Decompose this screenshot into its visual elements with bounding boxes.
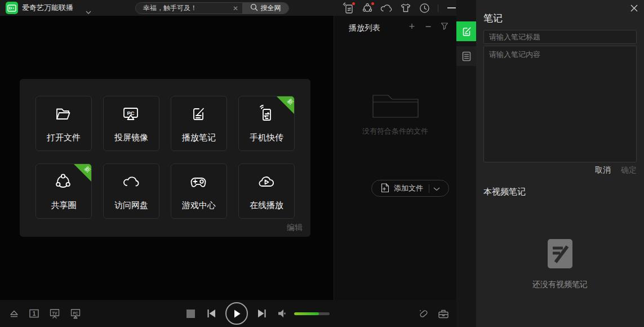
- filter-funnel-icon[interactable]: [440, 21, 449, 32]
- remote-control-icon[interactable]: [418, 308, 429, 320]
- titlebar: 爱奇艺万能联播 幸福，触手可及！ ✕ 搜全网: [0, 0, 456, 16]
- volume-icon[interactable]: [278, 309, 287, 318]
- launcher-panel: 打开文件 PC 投屏镜像: [20, 79, 310, 237]
- new-badge-text: 新: [286, 98, 295, 107]
- eject-icon[interactable]: [9, 308, 19, 319]
- single-play-mode-icon[interactable]: 1: [29, 308, 39, 319]
- tile-label: 在线播放: [239, 200, 294, 211]
- video-area: 打开文件 PC 投屏镜像: [0, 16, 334, 300]
- titlebar-tools: [342, 0, 456, 16]
- play-icon: [233, 309, 241, 319]
- titlebar-separator: [438, 5, 438, 12]
- button-divider: [429, 184, 429, 193]
- tile-label: 游戏中心: [171, 200, 226, 211]
- new-badge: 新: [277, 96, 294, 114]
- tile-game-center[interactable]: 游戏中心: [171, 164, 227, 219]
- notification-dot: [352, 2, 355, 5]
- pc-mirror-icon: PC: [104, 105, 159, 124]
- search-input[interactable]: 幸福，触手可及！: [136, 3, 229, 13]
- volume-fill: [294, 312, 319, 315]
- play-button[interactable]: [225, 302, 248, 325]
- playlist-empty-state: 没有符合条件的文件: [334, 92, 456, 136]
- empty-folder-icon: [372, 92, 419, 118]
- minimize-button[interactable]: [447, 7, 456, 8]
- cancel-button[interactable]: 取消: [595, 165, 611, 175]
- tile-label: 共享圈: [36, 200, 91, 211]
- chevron-down-icon[interactable]: [433, 184, 440, 193]
- notes-panel-title: 笔记: [483, 12, 503, 25]
- app-window: 爱奇艺万能联播 幸福，触手可及！ ✕ 搜全网: [0, 0, 644, 327]
- phone-cast-icon[interactable]: [342, 2, 354, 14]
- new-badge: 新: [74, 164, 91, 182]
- note-content-input[interactable]: [483, 46, 637, 162]
- add-file-icon: [380, 183, 390, 195]
- confirm-button[interactable]: 确定: [621, 165, 637, 175]
- next-button[interactable]: [256, 309, 267, 318]
- gamepad-icon: [171, 173, 226, 192]
- note-edit-icon: [171, 105, 226, 124]
- tile-share-circle[interactable]: 共享圈 新: [35, 164, 92, 219]
- tile-label: 播放笔记: [171, 132, 226, 143]
- notes-empty-text: 还没有视频笔记: [476, 280, 644, 290]
- tv-glyph: TV: [52, 311, 57, 315]
- search-clear-icon[interactable]: ✕: [229, 5, 242, 12]
- close-icon[interactable]: [629, 3, 638, 12]
- tile-play-notes[interactable]: 播放笔记: [171, 96, 227, 151]
- playlist-empty-text: 没有符合条件的文件: [334, 126, 456, 136]
- stop-button[interactable]: [186, 310, 195, 318]
- toolbox-icon[interactable]: [438, 308, 449, 319]
- tile-label: 打开文件: [36, 132, 91, 143]
- cloud-drive-toolbar-icon[interactable]: [380, 2, 392, 14]
- playlist-remove-icon[interactable]: −: [424, 21, 433, 32]
- note-title-input[interactable]: [483, 30, 637, 44]
- pc-glyph: PC: [73, 311, 78, 315]
- note-actions: 取消 确定: [595, 165, 637, 175]
- one-glyph: 1: [33, 311, 36, 317]
- playlist-add-icon[interactable]: +: [407, 21, 416, 32]
- player-right-tools: [418, 300, 449, 327]
- playlist-panel: 播放列表 + − 没有符合条件的文件 添: [334, 16, 456, 300]
- search-button[interactable]: 搜全网: [242, 2, 288, 14]
- video-notes-section-title: 本视频笔记: [483, 187, 526, 197]
- notes-empty-state: 还没有视频笔记: [476, 238, 644, 290]
- skin-tshirt-icon[interactable]: [399, 2, 411, 14]
- player-control-bar: 1 TV PC: [0, 300, 456, 327]
- chevron-down-icon[interactable]: [86, 6, 91, 16]
- tile-open-file[interactable]: 打开文件: [35, 96, 92, 151]
- add-file-button[interactable]: 添加文件: [371, 180, 449, 197]
- playlist-title: 播放列表: [349, 23, 380, 33]
- playlist-tools: + −: [407, 21, 449, 32]
- search-button-label: 搜全网: [261, 3, 281, 13]
- search-icon: [250, 3, 258, 13]
- tile-label: 投屏镜像: [104, 132, 159, 143]
- history-clock-icon[interactable]: [419, 2, 430, 14]
- tile-label: 手机快传: [239, 132, 294, 143]
- edit-tiles-link[interactable]: 编辑: [287, 223, 303, 233]
- tile-online-play[interactable]: 在线播放: [238, 164, 295, 219]
- notes-icon: [461, 26, 472, 37]
- tile-cloud-drive[interactable]: 访问网盘: [103, 164, 159, 219]
- add-file-label: 添加文件: [394, 183, 423, 193]
- folder-icon: [36, 105, 91, 124]
- app-logo-icon: [6, 2, 18, 14]
- search-box[interactable]: 幸福，触手可及！ ✕ 搜全网: [135, 2, 289, 14]
- notes-panel: 笔记 取消 确定 本视频笔记 还没有视频笔记: [476, 0, 644, 327]
- side-tab-strip: [456, 0, 476, 327]
- app-title: 爱奇艺万能联播: [22, 0, 73, 16]
- notification-dot: [371, 2, 374, 5]
- new-badge-text: 新: [83, 165, 92, 175]
- tv-cast-icon[interactable]: TV: [49, 308, 60, 319]
- empty-note-icon: [547, 238, 573, 269]
- pc-cast-icon[interactable]: PC: [70, 308, 81, 319]
- transport-controls: [186, 300, 330, 327]
- previous-button[interactable]: [207, 309, 217, 318]
- tab-notes[interactable]: [456, 21, 476, 41]
- volume-slider[interactable]: [294, 312, 330, 315]
- player-left-tools: 1 TV PC: [9, 300, 81, 327]
- tile-phone-transfer[interactable]: 手机快传 新: [238, 96, 295, 151]
- share-circle-toolbar-icon[interactable]: [361, 2, 373, 14]
- tab-playlist-detail[interactable]: [456, 46, 476, 66]
- tile-screen-mirror[interactable]: PC 投屏镜像: [103, 96, 159, 151]
- cloud-play-icon: [239, 173, 294, 192]
- list-icon: [462, 51, 471, 61]
